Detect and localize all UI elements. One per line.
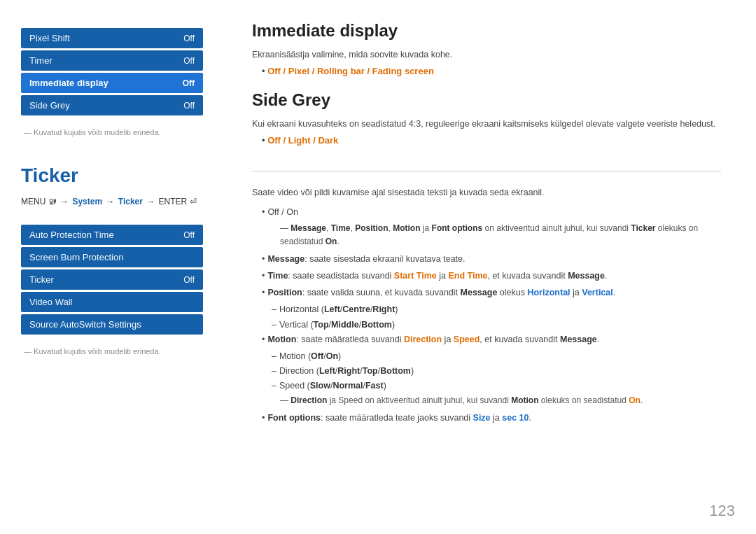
sub-vertical: Vertical (Top / Middle / Bottom) [252, 318, 721, 332]
side-grey-options-text: Off / Light / Dark [267, 135, 338, 146]
divider [252, 171, 721, 171]
menu-icon: 🖳 [48, 197, 59, 206]
side-grey-title: Side Grey [252, 90, 721, 110]
bottom-menu-item-auto-protection-time[interactable]: Auto Protection TimeOff [21, 225, 203, 245]
indent-note-1: ― Message, Time, Position, Motion ja Fon… [252, 222, 721, 248]
menu-item-label: Video Wall [29, 297, 72, 307]
immediate-options: Off / Pixel / Rolling bar / Fading scree… [262, 66, 721, 76]
system-label: System [72, 197, 102, 206]
note-2: Kuvatud kujutis võib mudeliti erineda. [21, 347, 203, 356]
bottom-menu-item-screen-burn-protection[interactable]: Screen Burn Protection [21, 247, 203, 267]
sub-motion-onoff: Motion (Off / On) [252, 349, 721, 364]
top-menu-item-timer[interactable]: TimerOff [21, 50, 203, 71]
menu-item-value: Off [183, 78, 195, 88]
bottom-menu-item-source-autoswitch-settings[interactable]: Source AutoSwitch Settings [21, 314, 203, 335]
top-menu-item-pixel-shift[interactable]: Pixel ShiftOff [21, 28, 203, 48]
immediate-display-title: Immediate display [252, 21, 721, 41]
menu-item-label: Source AutoSwitch Settings [29, 319, 141, 330]
menu-item-value: Off [183, 101, 195, 111]
bottom-menu-list: Auto Protection TimeOffScreen Burn Prote… [21, 225, 203, 335]
sub-direction: Direction (Left / Right / Top / Bottom) [252, 364, 721, 379]
immediate-display-desc: Ekraanisäästja valimine, mida soovite ku… [252, 48, 721, 62]
bullet-font-options: Font options: saate määratleda teate jao… [252, 411, 721, 425]
sub-horizontal: Horizontal (Left / Centre / Right) [252, 302, 721, 317]
menu-item-label: Immediate display [29, 78, 108, 88]
indent-note-2: ― Direction ja Speed on aktiveeritud ain… [252, 394, 721, 407]
menu-item-label: Ticker [29, 274, 54, 285]
side-grey-options: Off / Light / Dark [262, 135, 721, 146]
page-number: 123 [709, 502, 735, 520]
off-on-text: Off / On [267, 205, 298, 219]
enter-label: ENTER [159, 197, 188, 206]
menu-item-label: Auto Protection Time [29, 230, 114, 240]
sub-speed: Speed (Slow / Normal / Fast) [252, 379, 721, 393]
menu-item-label: Screen Burn Protection [29, 252, 123, 262]
bullet-motion: Motion: saate määratleda suvandi Directi… [252, 332, 721, 346]
right-panel: Immediate display Ekraanisäästja valimin… [224, 21, 756, 513]
bottom-menu-item-video-wall[interactable]: Video Wall [21, 292, 203, 312]
bullet-off-on: Off / On [252, 205, 721, 219]
bullet-time: Time: saate seadistada suvandi Start Tim… [252, 269, 721, 283]
ticker-desc: Saate video või pildi kuvamise ajal sise… [252, 185, 721, 199]
menu-path: MENU 🖳 → System → Ticker → ENTER ⏎ [21, 197, 203, 206]
top-menu-item-immediate-display[interactable]: Immediate displayOff [21, 73, 203, 93]
enter-icon: ⏎ [190, 197, 197, 206]
menu-item-value: Off [183, 230, 195, 240]
menu-item-label: Side Grey [29, 100, 70, 111]
menu-item-value: Off [183, 56, 195, 66]
menu-item-label: Timer [29, 55, 52, 66]
menu-item-value: Off [183, 34, 195, 43]
top-menu-list: Pixel ShiftOffTimerOffImmediate displayO… [21, 28, 203, 115]
top-section: Immediate display Ekraanisäästja valimin… [252, 21, 721, 146]
menu-item-value: Off [183, 275, 195, 285]
menu-label: MENU [21, 197, 46, 206]
ticker-label: Ticker [118, 197, 143, 206]
bullet-message: Message: saate sisestada ekraanil kuvata… [252, 252, 721, 266]
left-panel: Pixel ShiftOffTimerOffImmediate displayO… [0, 21, 224, 513]
side-grey-desc: Kui ekraani kuvasuhteks on seadistatud 4… [252, 117, 721, 131]
top-menu-item-side-grey[interactable]: Side GreyOff [21, 95, 203, 115]
bottom-menu-item-ticker[interactable]: TickerOff [21, 269, 203, 290]
bottom-section: Saate video või pildi kuvamise ajal sise… [252, 185, 721, 428]
note-1: Kuvatud kujutis võib mudeliti erineda. [21, 128, 203, 136]
ticker-heading: Ticker [21, 164, 203, 187]
immediate-options-text: Off / Pixel / Rolling bar / Fading scree… [267, 66, 434, 76]
bullet-position: Position: saate valida suuna, et kuvada … [252, 286, 721, 300]
menu-item-label: Pixel Shift [29, 33, 70, 43]
